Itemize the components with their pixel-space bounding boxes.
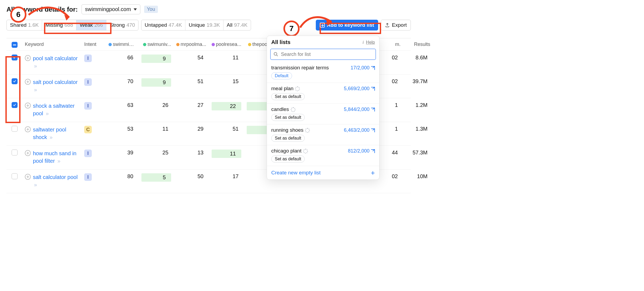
tab-missing[interactable]: Missing688 <box>42 20 76 30</box>
add-to-keyword-list-button[interactable]: Add to keyword list <box>316 20 378 31</box>
rank-cell: 9 <box>141 78 171 87</box>
popover-search-input[interactable] <box>280 51 373 57</box>
rank-cell: 13 <box>174 150 209 156</box>
rank-cell: 26 <box>139 102 174 108</box>
rank-cell: 22 <box>212 102 241 110</box>
chevron-icon: » <box>50 134 53 140</box>
row-checkbox[interactable] <box>12 55 18 60</box>
results-cell: 39.7M <box>403 78 433 84</box>
rank-cell: 27 <box>174 102 209 108</box>
create-new-list[interactable]: Create new empty list + <box>267 166 379 180</box>
set-default-button[interactable]: Set as default <box>271 135 305 142</box>
list-name: candles <box>271 106 296 112</box>
intent-badge: I <box>84 173 92 181</box>
domain-select[interactable]: swimmingpool.com <box>82 4 140 14</box>
keyword-list-popover: All lists i Help transmission repair ter… <box>267 36 379 180</box>
chevron-icon: » <box>46 110 49 116</box>
m-cell: 1 <box>387 102 403 108</box>
keyword-list-item[interactable]: candles 5,844/2,000 Set as default <box>267 103 379 124</box>
tab-all[interactable]: All97.4K <box>223 20 251 30</box>
expand-icon[interactable]: + <box>25 55 31 61</box>
dot-icon <box>143 43 146 46</box>
rank-cell: 39 <box>106 150 139 156</box>
tab-untapped[interactable]: Untapped47.4K <box>141 20 185 30</box>
popover-help-link[interactable]: i Help <box>362 40 375 45</box>
expand-icon[interactable]: + <box>25 79 31 85</box>
expand-icon[interactable]: + <box>25 150 31 156</box>
keyword-link[interactable]: saltwater pool shock » <box>33 126 80 141</box>
col-keyword[interactable]: Keyword <box>23 42 82 47</box>
row-checkbox[interactable] <box>12 126 18 132</box>
search-icon <box>273 52 278 57</box>
popover-search[interactable] <box>270 49 376 60</box>
loop-icon <box>303 149 308 154</box>
list-count[interactable]: 5,669/2,000 <box>344 86 375 92</box>
intent-badge: I <box>84 102 92 110</box>
list-count[interactable]: 5,844/2,000 <box>344 107 375 112</box>
set-default-button[interactable]: Set as default <box>271 114 305 121</box>
you-badge: You <box>144 6 158 13</box>
domain-select-value: swimmingpool.com <box>85 6 131 12</box>
plus-icon <box>320 23 325 28</box>
external-link-icon <box>371 66 375 70</box>
keyword-link[interactable]: how much sand in pool filter » <box>33 150 80 165</box>
rank-cell: 5 <box>141 173 171 182</box>
col-intent[interactable]: Intent <box>82 42 106 47</box>
keyword-link[interactable]: salt pool calculator » <box>33 78 80 93</box>
chevron-icon: » <box>34 182 37 188</box>
export-button[interactable]: Export <box>381 20 411 31</box>
col-results[interactable]: Results <box>403 42 433 47</box>
rank-cell: 11 <box>139 126 174 132</box>
col-comp2[interactable]: swimuniv... <box>139 42 174 47</box>
row-checkbox[interactable] <box>12 78 18 84</box>
expand-icon[interactable]: + <box>25 174 31 180</box>
select-all-checkbox[interactable] <box>12 42 18 48</box>
results-cell: 1.2M <box>403 102 433 108</box>
results-cell: 1.3M <box>403 126 433 132</box>
rank-cell: 80 <box>106 173 139 180</box>
m-cell: 02 <box>387 55 403 61</box>
filter-tabs-group-2: Untapped47.4K Unique19.3K All97.4K <box>141 20 251 31</box>
expand-icon[interactable]: + <box>25 126 31 132</box>
results-cell: 8.6M <box>403 55 433 61</box>
keyword-link[interactable]: salt calculator pool » <box>33 173 80 188</box>
chevron-icon: » <box>34 87 37 93</box>
row-checkbox[interactable] <box>12 173 18 179</box>
expand-icon[interactable]: + <box>25 103 31 109</box>
tab-unique[interactable]: Unique19.3K <box>185 20 223 30</box>
keyword-list-item[interactable]: meal plan 5,669/2,000 Set as default <box>267 83 379 103</box>
keyword-list-item[interactable]: running shoes 6,463/2,000 Set as default <box>267 124 379 145</box>
rank-cell: 25 <box>139 150 174 156</box>
col-comp3[interactable]: mrpoolma... <box>174 42 209 47</box>
intent-badge: C <box>84 126 92 133</box>
results-cell: 10M <box>403 173 433 180</box>
keyword-list-item[interactable]: transmission repair terms 17/2,000 Defau… <box>267 62 379 83</box>
keyword-link[interactable]: pool salt calculator » <box>33 55 80 70</box>
col-comp4[interactable]: poolresea... <box>209 42 244 47</box>
set-default-button[interactable]: Set as default <box>271 155 305 163</box>
annotation-step-7: 7 <box>283 21 300 37</box>
keyword-link[interactable]: shock a saltwater pool » <box>33 102 80 117</box>
external-link-icon <box>371 128 375 132</box>
rank-cell: 50 <box>174 173 209 180</box>
list-name: chicago plant <box>271 148 308 154</box>
list-count[interactable]: 17/2,000 <box>351 65 375 71</box>
set-default-button[interactable]: Set as default <box>271 93 305 100</box>
plus-icon: + <box>371 169 375 176</box>
col-comp1[interactable]: swimming... <box>106 42 139 47</box>
tab-strong[interactable]: Strong470 <box>106 20 138 30</box>
tab-shared[interactable]: Shared1.6K <box>7 20 42 30</box>
col-m[interactable]: m. <box>387 42 403 47</box>
rank-cell: 51 <box>174 78 209 84</box>
row-checkbox[interactable] <box>12 150 18 155</box>
rank-cell: 29 <box>174 126 209 132</box>
row-checkbox[interactable] <box>12 102 18 108</box>
list-count[interactable]: 812/2,000 <box>348 148 375 154</box>
keyword-list-item[interactable]: chicago plant 812/2,000 Set as default <box>267 145 379 166</box>
list-name: meal plan <box>271 86 300 92</box>
rank-cell: 11 <box>209 55 244 61</box>
dot-icon <box>248 43 251 46</box>
default-badge: Default <box>271 72 292 79</box>
list-count[interactable]: 6,463/2,000 <box>344 127 375 133</box>
tab-weak[interactable]: Weak266 <box>76 20 106 30</box>
